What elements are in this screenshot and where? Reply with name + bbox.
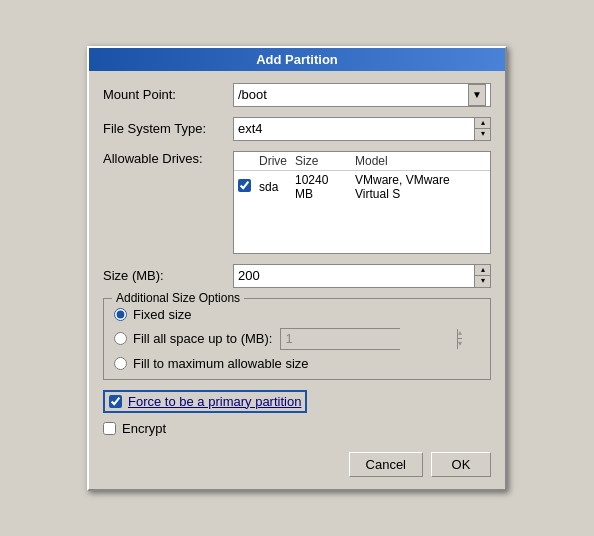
fill-down-btn[interactable]: ▾ bbox=[458, 339, 462, 349]
allowable-drives-row: Allowable Drives: Drive Size Model bbox=[103, 151, 491, 254]
drives-header-row: Drive Size Model bbox=[234, 152, 490, 171]
mount-point-select[interactable]: /boot ▼ bbox=[233, 83, 491, 107]
encrypt-row: Encrypt bbox=[103, 421, 491, 436]
fill-up-label: Fill all space up to (MB): bbox=[133, 331, 272, 346]
drive-sda-checkbox[interactable] bbox=[238, 179, 251, 192]
size-options-legend: Additional Size Options bbox=[112, 291, 244, 305]
dialog-titlebar: Add Partition bbox=[89, 48, 505, 71]
size-control: ▴ ▾ bbox=[233, 264, 491, 288]
size-up-btn[interactable]: ▴ bbox=[475, 265, 490, 277]
drives-col-model: Model bbox=[351, 152, 490, 171]
fs-type-down-btn[interactable]: ▾ bbox=[475, 129, 490, 140]
size-spinbuttons: ▴ ▾ bbox=[474, 265, 490, 287]
fill-up-spinbox: ▴ ▾ bbox=[280, 328, 400, 350]
fixed-size-row: Fixed size bbox=[114, 307, 480, 322]
button-row: Cancel OK bbox=[103, 446, 491, 477]
add-partition-dialog: Add Partition Mount Point: /boot ▼ File … bbox=[87, 46, 507, 491]
allowable-drives-label: Allowable Drives: bbox=[103, 151, 233, 166]
cancel-button[interactable]: Cancel bbox=[349, 452, 423, 477]
drive-model: VMware, VMware Virtual S bbox=[351, 170, 490, 203]
drive-name: sda bbox=[255, 170, 291, 203]
drive-checkbox-cell bbox=[234, 170, 255, 203]
mount-point-arrow[interactable]: ▼ bbox=[468, 84, 486, 106]
fixed-size-label: Fixed size bbox=[133, 307, 192, 322]
fill-up-input[interactable] bbox=[281, 329, 457, 349]
ok-button[interactable]: OK bbox=[431, 452, 491, 477]
mount-point-control: /boot ▼ bbox=[233, 83, 491, 107]
drives-col-check bbox=[234, 152, 255, 171]
drives-table: Drive Size Model sda 10240 MB VMwar bbox=[234, 152, 490, 253]
drive-row: sda 10240 MB VMware, VMware Virtual S bbox=[234, 170, 490, 203]
force-primary-label: Force to be a primary partition bbox=[128, 394, 301, 409]
drives-col-size: Size bbox=[291, 152, 351, 171]
encrypt-checkbox[interactable] bbox=[103, 422, 116, 435]
force-primary-row: Force to be a primary partition bbox=[103, 390, 307, 413]
size-spinbox: ▴ ▾ bbox=[233, 264, 491, 288]
size-down-btn[interactable]: ▾ bbox=[475, 276, 490, 287]
fixed-size-radio[interactable] bbox=[114, 308, 127, 321]
fs-type-control: ▴ ▾ bbox=[233, 117, 491, 141]
dialog-title: Add Partition bbox=[256, 52, 338, 67]
drive-size: 10240 MB bbox=[291, 170, 351, 203]
mount-point-row: Mount Point: /boot ▼ bbox=[103, 83, 491, 107]
fill-up-row: Fill all space up to (MB): ▴ ▾ bbox=[114, 328, 480, 350]
dialog-content: Mount Point: /boot ▼ File System Type: ▴… bbox=[89, 71, 505, 489]
size-input[interactable] bbox=[234, 265, 474, 287]
fill-max-label: Fill to maximum allowable size bbox=[133, 356, 309, 371]
fs-type-select[interactable]: ▴ ▾ bbox=[233, 117, 491, 141]
fs-type-up-btn[interactable]: ▴ bbox=[475, 118, 490, 130]
drives-col-drive: Drive bbox=[255, 152, 291, 171]
size-label: Size (MB): bbox=[103, 268, 233, 283]
force-primary-checkbox[interactable] bbox=[109, 395, 122, 408]
fill-up-radio[interactable] bbox=[114, 332, 127, 345]
drives-table-wrapper: Drive Size Model sda 10240 MB VMwar bbox=[233, 151, 491, 254]
drives-spacer-row bbox=[234, 203, 490, 253]
size-options-group: Additional Size Options Fixed size Fill … bbox=[103, 298, 491, 380]
fill-up-spinbuttons: ▴ ▾ bbox=[457, 329, 462, 349]
fill-max-radio[interactable] bbox=[114, 357, 127, 370]
fs-type-spinbuttons: ▴ ▾ bbox=[474, 118, 490, 140]
fill-max-row: Fill to maximum allowable size bbox=[114, 356, 480, 371]
mount-point-value: /boot bbox=[238, 87, 468, 102]
fs-type-row: File System Type: ▴ ▾ bbox=[103, 117, 491, 141]
fs-type-input[interactable] bbox=[234, 118, 474, 140]
size-row: Size (MB): ▴ ▾ bbox=[103, 264, 491, 288]
encrypt-label: Encrypt bbox=[122, 421, 166, 436]
fill-up-btn[interactable]: ▴ bbox=[458, 329, 462, 340]
fs-type-label: File System Type: bbox=[103, 121, 233, 136]
mount-point-label: Mount Point: bbox=[103, 87, 233, 102]
